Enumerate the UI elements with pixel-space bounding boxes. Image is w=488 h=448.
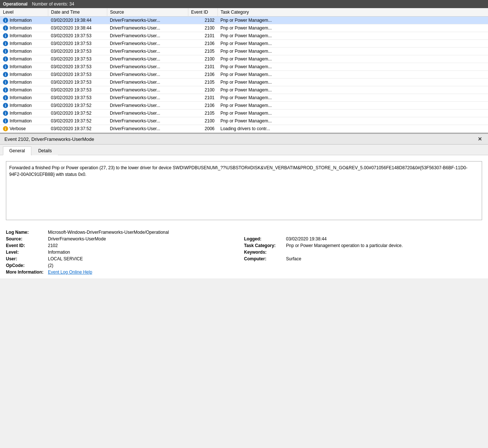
event-description[interactable] [6,161,482,220]
source-cell: DriverFrameworks-User... [107,17,188,24]
level-text: Information [10,72,32,77]
detail-panel-header: Event 2102, DriverFrameworks-UserMode ✕ [0,134,488,145]
taskcategory-cell: Pnp or Power Managem... [217,117,488,125]
meta-eventid-label: Event ID: [6,243,46,248]
eventid-cell: 2100 [188,24,217,32]
col-header-source: Source [107,8,188,17]
detail-content [0,155,488,226]
source-cell: DriverFrameworks-User... [107,125,188,133]
meta-logged-label: Logged: [244,236,285,242]
table-row[interactable]: iVerbose03/02/2020 19:37:52DriverFramewo… [0,125,488,133]
source-cell: DriverFrameworks-User... [107,79,188,86]
table-row[interactable]: iInformation03/02/2020 19:37:53DriverFra… [0,94,488,102]
col-header-level: Level [0,8,48,17]
taskcategory-cell: Pnp or Power Managem... [217,32,488,40]
detail-panel-title: Event 2102, DriverFrameworks-UserMode [4,136,94,142]
event-log-online-help-link[interactable]: Event Log Online Help [48,270,92,275]
level-icon: i [3,41,8,46]
table-row[interactable]: iInformation03/02/2020 19:37:53DriverFra… [0,32,488,40]
level-text: Information [10,56,32,62]
eventid-cell: 2100 [188,117,217,125]
table-row[interactable]: iInformation03/02/2020 19:37:53DriverFra… [0,63,488,71]
table-row[interactable]: iInformation03/02/2020 19:38:44DriverFra… [0,24,488,32]
col-header-taskcategory: Task Category [217,8,488,17]
level-text: Information [10,64,32,69]
eventid-cell: 2105 [188,48,217,55]
meta-taskcategory-value: Pnp or Power Management operation to a p… [286,243,403,248]
taskcategory-cell: Pnp or Power Managem... [217,86,488,94]
meta-source-label: Source: [6,236,46,242]
tab-details[interactable]: Details [32,146,58,155]
taskcategory-cell: Loading drivers to contr... [217,125,488,133]
tabs-bar: General Details [0,145,488,155]
level-text: Information [10,103,32,108]
meta-moreinfo-row: More Information: Event Log Online Help [6,269,482,275]
level-icon: i [3,126,8,131]
tab-general[interactable]: General [3,146,31,155]
source-cell: DriverFrameworks-User... [107,102,188,110]
level-icon: i [3,103,8,108]
meta-taskcategory-row: Task Category: Pnp or Power Management o… [244,242,482,249]
datetime-cell: 03/02/2020 19:37:53 [48,55,107,63]
taskcategory-cell: Pnp or Power Managem... [217,94,488,102]
table-row[interactable]: iInformation03/02/2020 19:37:52DriverFra… [0,110,488,117]
taskcategory-cell: Pnp or Power Managem... [217,79,488,86]
level-text: Verbose [10,126,26,131]
meta-user-value: LOCAL SERVICE [48,256,83,261]
meta-user-row: User: LOCAL SERVICE [6,256,244,262]
meta-level-row: Level: Information [6,249,244,256]
table-wrapper[interactable]: Level Date and Time Source Event ID Task… [0,8,488,133]
eventid-cell: 2106 [188,102,217,110]
meta-log-name-value: Microsoft-Windows-DriverFrameworks-UserM… [48,230,169,235]
table-row[interactable]: iInformation03/02/2020 19:37:53DriverFra… [0,71,488,79]
datetime-cell: 03/02/2020 19:37:53 [48,40,107,48]
level-text: Information [10,33,32,38]
level-icon: i [3,49,8,54]
table-row[interactable]: iInformation03/02/2020 19:37:52DriverFra… [0,102,488,110]
close-button[interactable]: ✕ [476,136,484,142]
eventid-cell: 2101 [188,63,217,71]
meta-level-label: Level: [6,250,46,255]
level-icon: i [3,95,8,100]
meta-opcode-row: OpCode: (2) [6,262,482,269]
source-cell: DriverFrameworks-User... [107,71,188,79]
table-body: iInformation03/02/2020 19:38:44DriverFra… [0,17,488,133]
table-row[interactable]: iInformation03/02/2020 19:37:52DriverFra… [0,117,488,125]
source-cell: DriverFrameworks-User... [107,32,188,40]
table-row[interactable]: iInformation03/02/2020 19:37:53DriverFra… [0,86,488,94]
level-icon: i [3,33,8,38]
log-type: Operational [3,1,28,7]
meta-source-row: Source: DriverFrameworks-UserMode [6,236,244,242]
eventid-cell: 2006 [188,125,217,133]
event-count: Number of events: 34 [32,1,74,7]
taskcategory-cell: Pnp or Power Managem... [217,102,488,110]
level-text: Information [10,25,32,31]
meta-computer-label: Computer: [244,256,285,261]
level-icon: i [3,87,8,93]
level-text: Information [10,80,32,85]
level-text: Information [10,118,32,124]
table-row[interactable]: iInformation03/02/2020 19:38:44DriverFra… [0,17,488,24]
datetime-cell: 03/02/2020 19:37:53 [48,94,107,102]
table-row[interactable]: iInformation03/02/2020 19:37:53DriverFra… [0,79,488,86]
meta-user-label: User: [6,256,46,261]
level-icon: i [3,25,8,31]
table-row[interactable]: iInformation03/02/2020 19:37:53DriverFra… [0,48,488,55]
level-text: Information [10,87,32,93]
source-cell: DriverFrameworks-User... [107,94,188,102]
source-cell: DriverFrameworks-User... [107,24,188,32]
metadata-section: Log Name: Microsoft-Windows-DriverFramew… [0,226,488,278]
datetime-cell: 03/02/2020 19:37:53 [48,79,107,86]
eventid-cell: 2101 [188,32,217,40]
table-row[interactable]: iInformation03/02/2020 19:37:53DriverFra… [0,40,488,48]
table-row[interactable]: iInformation03/02/2020 19:37:53DriverFra… [0,55,488,63]
taskcategory-cell: Pnp or Power Managem... [217,40,488,48]
meta-eventid-row: Event ID: 2102 [6,242,244,249]
datetime-cell: 03/02/2020 19:37:53 [48,32,107,40]
meta-source-value: DriverFrameworks-UserMode [48,236,106,242]
taskcategory-cell: Pnp or Power Managem... [217,24,488,32]
taskcategory-cell: Pnp or Power Managem... [217,17,488,24]
level-icon: i [3,56,8,62]
eventid-cell: 2102 [188,17,217,24]
eventid-cell: 2105 [188,79,217,86]
